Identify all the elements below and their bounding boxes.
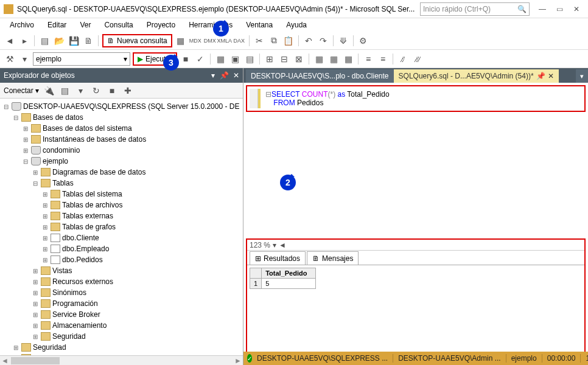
scroll-left-icon[interactable]: ◄: [0, 356, 10, 365]
tool3-icon[interactable]: ⚙: [357, 35, 369, 47]
uncomment-icon[interactable]: ⫻: [411, 53, 424, 65]
grid3-icon[interactable]: ⊠: [293, 53, 305, 65]
grid2-icon[interactable]: ⊟: [278, 53, 290, 65]
menu-ver[interactable]: Ver: [74, 19, 97, 30]
connect-button[interactable]: Conectar ▾: [4, 86, 39, 95]
save-icon[interactable]: 💾: [68, 35, 80, 47]
tab-sqlquery6[interactable]: SQLQuery6.sql - D...AE5VQ\Admin (54))*📌✕: [394, 69, 559, 83]
tree-table-pedidos[interactable]: ⊞dbo.Pedidos: [0, 254, 243, 265]
tree-storage[interactable]: ⊞Almacenamiento: [0, 320, 243, 331]
outdent-icon[interactable]: ≡: [377, 53, 389, 65]
tree-filetables[interactable]: ⊞Tablas de archivos: [0, 200, 243, 210]
copy-icon[interactable]: ⧉: [268, 35, 280, 47]
tab-mensajes[interactable]: 🗎Mensajes: [307, 251, 359, 265]
close-panel-icon[interactable]: ✕: [233, 71, 239, 80]
sidebar-scrollbar[interactable]: ◄ ►: [0, 355, 243, 365]
tree-tables[interactable]: ⊟Tablas: [0, 178, 243, 189]
plan3-icon[interactable]: ▤: [243, 53, 256, 65]
menu-archivo[interactable]: Archivo: [4, 19, 40, 30]
minimize-button[interactable]: —: [534, 2, 550, 16]
tree-systables[interactable]: ⊞Tablas del sistema: [0, 189, 243, 200]
disconnect-icon[interactable]: 🔌: [43, 85, 55, 97]
column-header[interactable]: Total_Pedido: [262, 268, 316, 279]
stop2-icon[interactable]: ■: [106, 85, 118, 97]
tree-programming[interactable]: ⊞Programación: [0, 298, 243, 309]
tree-db-ejemplo[interactable]: ⊟ejemplo: [0, 156, 243, 167]
tree-snapshots[interactable]: ⊞Instantáneas de bases de datos: [0, 134, 243, 145]
tree-extres[interactable]: ⊞Recursos externos: [0, 276, 243, 287]
tree-views[interactable]: ⊞Vistas: [0, 265, 243, 276]
plus-icon[interactable]: ✚: [122, 85, 134, 97]
open-icon[interactable]: 📂: [53, 35, 65, 47]
comment-icon[interactable]: ⫽: [397, 53, 409, 65]
redo-icon[interactable]: ↷: [317, 35, 329, 47]
tree-synonyms[interactable]: ⊞Sinónimos: [0, 287, 243, 298]
filter-icon[interactable]: ▾: [74, 85, 86, 97]
tool2-icon[interactable]: ⟱: [337, 35, 349, 47]
result-cell[interactable]: 5: [262, 279, 316, 289]
tree-sysdb[interactable]: ⊞Bases de datos del sistema: [0, 123, 243, 134]
nueva-consulta-button[interactable]: 🗎 Nueva consulta: [102, 34, 172, 47]
database-selector[interactable]: ejemplo ▾: [33, 52, 130, 66]
pin-tab-icon[interactable]: 📌: [536, 72, 545, 80]
indent-icon[interactable]: ≡: [362, 53, 374, 65]
close-button[interactable]: ✕: [569, 2, 584, 16]
sync-icon[interactable]: ↻: [90, 85, 102, 97]
stop-icon[interactable]: ■: [180, 53, 192, 65]
menu-herramientas[interactable]: Herramientas: [183, 19, 239, 30]
zoom-indicator[interactable]: 123 % ▾ ◄: [247, 240, 584, 251]
menu-editar[interactable]: Editar: [41, 19, 72, 30]
menu-ayuda[interactable]: Ayuda: [280, 19, 313, 30]
plan2-icon[interactable]: ▣: [229, 53, 241, 65]
tree-databases[interactable]: ⊟Bases de datos: [0, 112, 243, 123]
refresh-icon[interactable]: ▤: [58, 85, 71, 97]
tree[interactable]: ⊟DESKTOP-UAAE5VQ\SQLEXPRESS (SQL Server …: [0, 99, 243, 355]
cut-icon[interactable]: ✂: [253, 35, 265, 47]
grid-icon[interactable]: ⊞: [264, 53, 276, 65]
dax-icon[interactable]: DAX: [233, 35, 245, 47]
menu-proyecto[interactable]: Proyecto: [141, 19, 181, 30]
tree-graphtables[interactable]: ⊞Tablas de grafos: [0, 221, 243, 232]
t4-icon[interactable]: ▦: [313, 53, 325, 65]
tab-resultados[interactable]: ⊞Resultados: [250, 251, 306, 265]
row-number[interactable]: 1: [250, 279, 262, 289]
dmx-icon[interactable]: DMX: [204, 35, 216, 47]
undo-icon[interactable]: ↶: [303, 35, 315, 47]
sql-code[interactable]: ⊟SELECT COUNT(*) as Total_Pedido FROM Pe…: [261, 89, 394, 108]
results-grid[interactable]: Total_Pedido 15: [247, 265, 584, 291]
t5-icon[interactable]: ▦: [327, 53, 340, 65]
check-icon[interactable]: ✓: [194, 53, 206, 65]
scroll-right-icon[interactable]: ►: [233, 356, 243, 365]
tab-cliente[interactable]: DESKTOP-UAAE5VQ\S...plo - dbo.Cliente: [246, 69, 394, 83]
tree-table-empleado[interactable]: ⊞dbo.Empleado: [0, 243, 243, 254]
menu-ventana[interactable]: Ventana: [240, 19, 279, 30]
t6-icon[interactable]: ▦: [342, 53, 354, 65]
tool-icon[interactable]: ▦: [175, 35, 187, 47]
tree-diagrams[interactable]: ⊞Diagramas de base de datos: [0, 167, 243, 178]
scroll-thumb[interactable]: [11, 357, 60, 364]
close-tab-icon[interactable]: ✕: [548, 72, 554, 80]
quick-launch-input[interactable]: Inicio rápido (Ctrl+Q) 🔍: [420, 2, 530, 16]
tree-db-condominio[interactable]: ⊞condominio: [0, 145, 243, 156]
sql-editor[interactable]: ⊟SELECT COUNT(*) as Total_Pedido FROM Pe…: [250, 89, 582, 108]
forward-icon[interactable]: ▸: [18, 35, 30, 47]
tree-table-cliente[interactable]: ⊞dbo.Cliente: [0, 232, 243, 243]
menu-consulta[interactable]: Consulta: [98, 19, 139, 30]
tree-servicebroker[interactable]: ⊞Service Broker: [0, 309, 243, 320]
tree-security[interactable]: ⊞Seguridad: [0, 342, 243, 353]
restore-button[interactable]: ▭: [551, 2, 567, 16]
tree-security-db[interactable]: ⊞Seguridad: [0, 331, 243, 342]
paste-icon[interactable]: 📋: [282, 35, 295, 47]
hammer-icon[interactable]: ⚒: [4, 53, 16, 65]
connection-icon[interactable]: ▾: [18, 53, 30, 65]
pin-icon[interactable]: 📌: [220, 71, 229, 80]
back-icon[interactable]: ◄: [4, 35, 16, 47]
tree-server[interactable]: ⊟DESKTOP-UAAE5VQ\SQLEXPRESS (SQL Server …: [0, 101, 243, 112]
save-all-icon[interactable]: 🗎: [82, 35, 94, 47]
dropdown-icon[interactable]: ▾: [211, 71, 215, 80]
tree-exttables[interactable]: ⊞Tablas externas: [0, 210, 243, 221]
plan-icon[interactable]: ▦: [214, 53, 226, 65]
tab-overflow[interactable]: ▾: [576, 69, 588, 83]
mdx-icon[interactable]: MDX: [189, 35, 201, 47]
new-icon[interactable]: ▤: [38, 35, 51, 47]
